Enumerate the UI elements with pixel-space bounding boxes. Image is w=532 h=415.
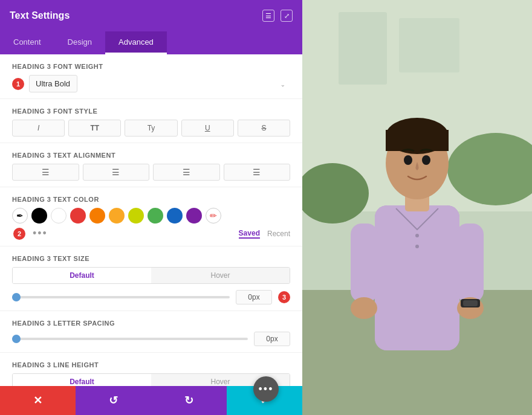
align-justify[interactable]: ☰	[224, 164, 291, 181]
dots-label: •••	[259, 383, 274, 396]
cancel-icon: ✕	[33, 394, 42, 407]
svg-rect-16	[456, 224, 484, 302]
font-weight-section: Heading 3 Font Weight 1 Ultra Bold Bold …	[0, 54, 302, 99]
style-italic[interactable]: I	[12, 120, 65, 137]
tab-advanced[interactable]: Advanced	[105, 31, 167, 54]
panel-header-icons: ☰ ⤢	[262, 10, 293, 22]
panel-content: Heading 3 Font Weight 1 Ultra Bold Bold …	[0, 54, 302, 386]
svg-rect-15	[351, 224, 378, 302]
panel-title: Text Settings	[10, 10, 70, 21]
text-color-label: Heading 3 Text Color	[12, 196, 290, 203]
lh-dh-tabs: Default Hover	[12, 373, 290, 386]
svg-rect-8	[375, 205, 459, 350]
cancel-button[interactable]: ✕	[0, 386, 76, 415]
text-size-value: 0px	[236, 290, 272, 304]
align-left[interactable]: ☰	[12, 164, 79, 181]
size-hover-tab[interactable]: Hover	[151, 268, 290, 283]
font-style-buttons: I TT Ty U S	[12, 120, 290, 137]
color-yellow[interactable]	[109, 208, 125, 224]
undo-button[interactable]: ↺	[76, 386, 151, 415]
text-alignment-label: Heading 3 Text Alignment	[12, 152, 290, 159]
color-orange[interactable]	[89, 208, 105, 224]
font-style-section: Heading 3 Font Style I TT Ty U S	[0, 99, 302, 143]
letter-spacing-slider[interactable]	[12, 338, 248, 340]
letter-spacing-slider-row: 0px	[12, 332, 290, 346]
align-center[interactable]: ☰	[83, 164, 150, 181]
photo-area	[302, 0, 532, 415]
letter-spacing-value: 0px	[254, 332, 290, 346]
person-photo	[302, 0, 532, 415]
letter-spacing-label: Heading 3 Letter Spacing	[12, 320, 290, 327]
text-size-label: Heading 3 Text Size	[12, 255, 290, 262]
style-strikethrough[interactable]: S	[238, 120, 290, 137]
color-row: ✒ ✏	[12, 208, 290, 224]
panel-tabs: Content Design Advanced	[0, 31, 302, 54]
settings-icon[interactable]: ☰	[262, 10, 274, 22]
svg-point-21	[415, 234, 419, 237]
style-uppercase[interactable]: TT	[68, 120, 121, 137]
eyedropper-icon: ✒	[16, 211, 24, 220]
step-badge-3: 3	[278, 291, 290, 303]
svg-rect-2	[339, 12, 387, 85]
panel-header: Text Settings ☰ ⤢	[0, 0, 302, 31]
tab-content[interactable]: Content	[0, 31, 54, 54]
line-height-label: Heading 3 Line Height	[12, 361, 290, 368]
align-right[interactable]: ☰	[153, 164, 220, 181]
alignment-buttons: ☰ ☰ ☰ ☰	[12, 164, 290, 181]
svg-rect-3	[399, 18, 459, 72]
font-weight-label: Heading 3 Font Weight	[12, 63, 290, 70]
color-green[interactable]	[148, 208, 163, 224]
color-tab-recent[interactable]: Recent	[267, 230, 290, 238]
color-dots-btn[interactable]: •••	[33, 227, 48, 240]
color-white[interactable]	[51, 208, 66, 224]
text-color-section: Heading 3 Text Color ✒ ✏ 2	[0, 187, 302, 246]
svg-rect-20	[463, 300, 478, 306]
style-capitalize[interactable]: Ty	[125, 120, 177, 137]
size-default-tab[interactable]: Default	[13, 268, 151, 283]
color-purple[interactable]	[186, 208, 202, 224]
svg-rect-12	[386, 130, 449, 151]
font-weight-select[interactable]: Ultra Bold Bold Normal Light	[29, 75, 77, 92]
redo-icon: ↻	[184, 394, 193, 407]
text-alignment-section: Heading 3 Text Alignment ☰ ☰ ☰ ☰	[0, 143, 302, 187]
redo-button[interactable]: ↻	[151, 386, 227, 415]
color-blue[interactable]	[167, 208, 183, 224]
size-dh-tabs: Default Hover	[12, 267, 290, 284]
svg-point-13	[404, 155, 412, 165]
floating-dots-button[interactable]: •••	[253, 376, 279, 402]
color-tabs: 2 ••• Saved Recent	[12, 227, 290, 240]
eyedropper-btn[interactable]: ✒	[12, 208, 28, 224]
svg-point-14	[422, 155, 430, 165]
font-weight-wrapper: 1 Ultra Bold Bold Normal Light	[12, 75, 290, 92]
text-size-slider[interactable]	[12, 296, 230, 298]
lh-default-tab[interactable]: Default	[13, 374, 151, 386]
settings-panel: Text Settings ☰ ⤢ Content Design Advance…	[0, 0, 302, 415]
letter-spacing-section: Heading 3 Letter Spacing 0px	[0, 311, 302, 353]
color-black[interactable]	[31, 208, 47, 224]
pencil-btn[interactable]: ✏	[206, 208, 221, 224]
tab-design[interactable]: Design	[54, 31, 105, 54]
text-size-slider-row: 0px 3	[12, 290, 290, 304]
font-style-label: Heading 3 Font Style	[12, 108, 290, 115]
font-weight-select-wrapper: Ultra Bold Bold Normal Light	[29, 75, 290, 92]
style-underline[interactable]: U	[181, 120, 234, 137]
text-size-section: Heading 3 Text Size Default Hover 0px 3	[0, 246, 302, 311]
color-red[interactable]	[70, 208, 86, 224]
expand-icon[interactable]: ⤢	[281, 10, 293, 22]
svg-point-22	[415, 245, 419, 248]
undo-icon: ↺	[109, 394, 118, 407]
color-tab-saved[interactable]: Saved	[239, 229, 260, 239]
svg-point-17	[351, 297, 377, 319]
step-badge-2: 2	[13, 228, 25, 240]
pencil-icon: ✏	[210, 211, 217, 220]
color-lime[interactable]	[128, 208, 144, 224]
step-badge-1: 1	[12, 78, 24, 90]
